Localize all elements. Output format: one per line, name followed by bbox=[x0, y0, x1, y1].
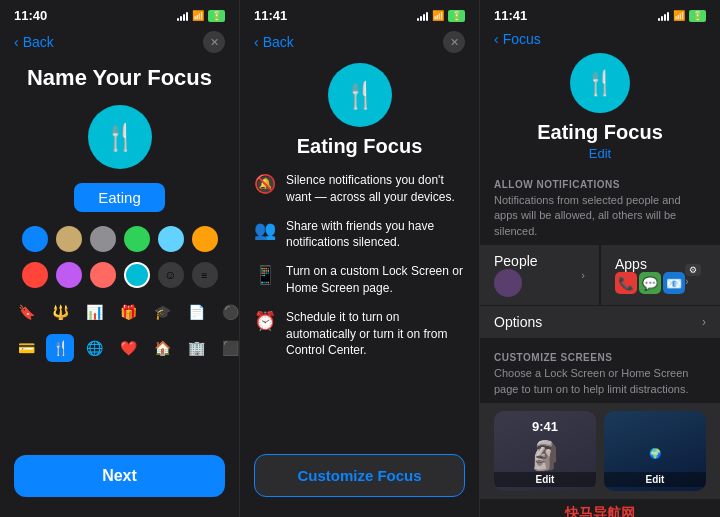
icon-globe[interactable]: 🌐 bbox=[80, 334, 108, 362]
icon-trident[interactable]: 🔱 bbox=[46, 298, 74, 326]
wifi-icon-1: 📶 bbox=[192, 10, 204, 21]
panel-name-focus: 11:40 📶 🔋 ‹ Back ✕ Name Your Focus 🍴 Eat… bbox=[0, 0, 240, 517]
clock-icon: ⏰ bbox=[254, 310, 276, 332]
chevron-left-icon-1: ‹ bbox=[14, 34, 19, 50]
status-icons-2: 📶 🔋 bbox=[417, 10, 465, 22]
icon-chart[interactable]: 📊 bbox=[80, 298, 108, 326]
app-icon-red: 📞 bbox=[615, 272, 637, 294]
color-orange[interactable] bbox=[192, 226, 218, 252]
status-time-3: 11:41 bbox=[494, 8, 527, 23]
gear-badge[interactable]: ⚙ bbox=[685, 264, 701, 276]
icon-fork-selected[interactable]: 🍴 bbox=[46, 334, 74, 362]
people-chevron: › bbox=[581, 269, 585, 281]
color-picker-row1 bbox=[8, 226, 232, 252]
icon-heart[interactable]: ❤️ bbox=[114, 334, 142, 362]
status-bar-3: 11:41 📶 🔋 bbox=[480, 0, 720, 27]
chevron-left-icon-3: ‹ bbox=[494, 31, 499, 47]
customize-screens-label: CUSTOMIZE SCREENS bbox=[480, 346, 720, 366]
icon-grad[interactable]: 🎓 bbox=[148, 298, 176, 326]
allow-notifications-label: ALLOW NOTIFICATIONS bbox=[480, 173, 720, 193]
contact-avatar bbox=[494, 269, 522, 297]
lock-screen-edit-label[interactable]: Edit bbox=[494, 472, 596, 487]
color-list[interactable]: ≡ bbox=[192, 262, 218, 288]
color-emoji[interactable]: ☺ bbox=[158, 262, 184, 288]
color-coral[interactable] bbox=[90, 262, 116, 288]
fork-icon-1: 🍴 bbox=[104, 122, 136, 153]
focus-icon-circle-1[interactable]: 🍴 bbox=[88, 105, 152, 169]
focus-header: 🍴 Eating Focus Edit bbox=[480, 53, 720, 173]
status-bar-2: 11:41 📶 🔋 bbox=[240, 0, 479, 27]
back-button-2[interactable]: ‹ Back bbox=[254, 34, 294, 50]
color-teal[interactable] bbox=[158, 226, 184, 252]
signal-bars-3 bbox=[658, 11, 669, 21]
focus-icon-circle-2: 🍴 bbox=[328, 63, 392, 127]
status-time-2: 11:41 bbox=[254, 8, 287, 23]
status-time-1: 11:40 bbox=[14, 8, 47, 23]
feature-share: 👥 Share with friends you have notificati… bbox=[254, 218, 465, 252]
color-picker-row2: ☺ ≡ bbox=[8, 262, 232, 288]
fork-icon-3: 🍴 bbox=[585, 69, 615, 97]
feature-schedule: ⏰ Schedule it to turn on automatically o… bbox=[254, 309, 465, 359]
people-label: People bbox=[494, 253, 538, 269]
feature-lockscreen-text: Turn on a custom Lock Screen or Home Scr… bbox=[286, 263, 465, 297]
app-icons-list: 📞 💬 📧 bbox=[615, 272, 685, 294]
wifi-icon-3: 📶 bbox=[673, 10, 685, 21]
battery-icon-1: 🔋 bbox=[208, 10, 225, 22]
panel2-title: Eating Focus bbox=[297, 135, 423, 158]
color-blue[interactable] bbox=[22, 226, 48, 252]
panel-eating-intro: 11:41 📶 🔋 ‹ Back ✕ 🍴 Eating Focus 🔕 Sile… bbox=[240, 0, 480, 517]
silence-icon: 🔕 bbox=[254, 173, 276, 195]
allow-notifications-desc: Notifications from selected people and a… bbox=[480, 193, 720, 245]
apps-cell[interactable]: Apps 📞 💬 📧 ⚙ › bbox=[601, 245, 720, 305]
icon-gift[interactable]: 🎁 bbox=[114, 298, 142, 326]
customize-screens-desc: Choose a Lock Screen or Home Screen page… bbox=[480, 366, 720, 403]
icon-bookmark[interactable]: 🔖 bbox=[12, 298, 40, 326]
options-label: Options bbox=[494, 314, 542, 330]
lock-screen-image: 🗿 bbox=[528, 439, 563, 472]
lock-screen-thumb[interactable]: 9:41 🗿 Edit bbox=[494, 411, 596, 491]
home-screen-edit-label[interactable]: Edit bbox=[604, 472, 706, 487]
status-icons-1: 📶 🔋 bbox=[177, 10, 225, 22]
icon-card[interactable]: 💳 bbox=[12, 334, 40, 362]
signal-bars-1 bbox=[177, 11, 188, 21]
color-gray[interactable] bbox=[90, 226, 116, 252]
back-button-1[interactable]: ‹ Back bbox=[14, 34, 54, 50]
icon-home[interactable]: 🏠 bbox=[148, 334, 176, 362]
color-tan[interactable] bbox=[56, 226, 82, 252]
color-purple[interactable] bbox=[56, 262, 82, 288]
close-button-1[interactable]: ✕ bbox=[203, 31, 225, 53]
focus-icon-circle-3: 🍴 bbox=[570, 53, 630, 113]
battery-icon-3: 🔋 bbox=[689, 10, 706, 22]
app-icon-green: 💬 bbox=[639, 272, 661, 294]
color-green[interactable] bbox=[124, 226, 150, 252]
customize-focus-button[interactable]: Customize Focus bbox=[254, 454, 465, 497]
edit-link[interactable]: Edit bbox=[589, 146, 611, 161]
share-icon: 👥 bbox=[254, 219, 276, 241]
color-cyan-selected[interactable] bbox=[124, 262, 150, 288]
feature-schedule-text: Schedule it to turn on automatically or … bbox=[286, 309, 465, 359]
icon-grid-row2: 💳 🍴 🌐 ❤️ 🏠 🏢 ⬛ bbox=[0, 334, 239, 362]
battery-icon-2: 🔋 bbox=[448, 10, 465, 22]
apps-chevron: ⚙ › bbox=[685, 263, 706, 287]
icon-doc[interactable]: 📄 bbox=[182, 298, 210, 326]
feature-lockscreen: 📱 Turn on a custom Lock Screen or Home S… bbox=[254, 263, 465, 297]
options-row[interactable]: Options › bbox=[480, 306, 720, 338]
people-cell[interactable]: People › bbox=[480, 245, 600, 305]
color-red[interactable] bbox=[22, 262, 48, 288]
app-icon-blue: 📧 bbox=[663, 272, 685, 294]
back-label-3: Focus bbox=[503, 31, 541, 47]
icon-building[interactable]: 🏢 bbox=[182, 334, 210, 362]
close-button-2[interactable]: ✕ bbox=[443, 31, 465, 53]
back-button-3[interactable]: ‹ Focus bbox=[494, 31, 706, 47]
panel3-title: Eating Focus bbox=[537, 121, 663, 144]
status-icons-3: 📶 🔋 bbox=[658, 10, 706, 22]
feature-silence: 🔕 Silence notifications you don't want —… bbox=[254, 172, 465, 206]
screens-row: 9:41 🗿 Edit 🌍 Edit bbox=[480, 403, 720, 499]
features-list: 🔕 Silence notifications you don't want —… bbox=[240, 172, 479, 359]
feature-silence-text: Silence notifications you don't want — a… bbox=[286, 172, 465, 206]
focus-name-input[interactable]: Eating bbox=[74, 183, 165, 212]
home-screen-thumb[interactable]: 🌍 Edit bbox=[604, 411, 706, 491]
home-screen-image: 🌍 bbox=[649, 448, 661, 459]
next-button[interactable]: Next bbox=[14, 455, 225, 497]
apps-cell-content: Apps 📞 💬 📧 bbox=[615, 256, 685, 294]
